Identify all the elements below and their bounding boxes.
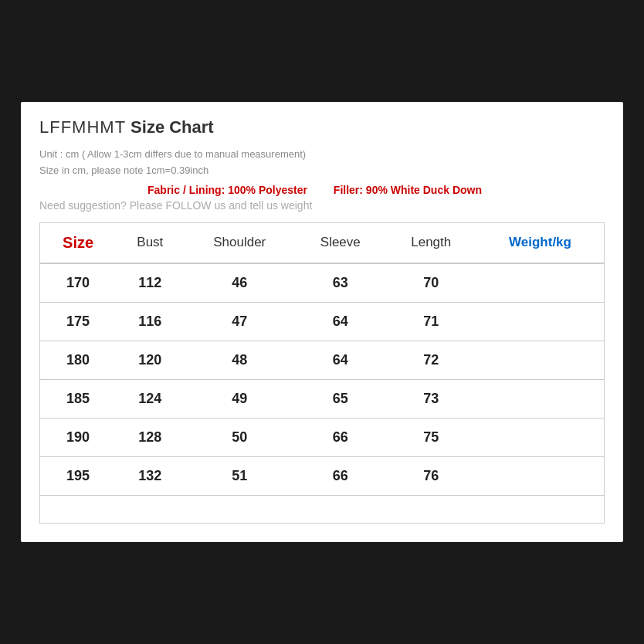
empty-cell [40,495,605,523]
suggestion-text: Need suggestion? Please FOLLOW us and te… [39,199,605,212]
cell-r3-c2: 49 [184,379,295,418]
table-row: 190128506675 [40,418,605,456]
fabric-line: Fabric / Lining: 100% Polyester Filler: … [39,184,605,196]
cell-r0-c5 [476,263,605,303]
chart-title: Size Chart [130,117,214,137]
cell-r3-c1: 124 [116,379,184,418]
cell-r1-c4: 71 [386,302,476,341]
cell-r5-c0: 195 [40,456,117,495]
fabric-label: Fabric / Lining: 100% Polyester [147,184,307,196]
cell-r2-c1: 120 [116,341,184,379]
cell-r0-c4: 70 [386,263,476,303]
cell-r5-c3: 66 [295,456,385,495]
filler-label: Filler: 90% White Duck Down [334,184,482,196]
cell-r2-c2: 48 [184,341,295,379]
cell-r1-c0: 175 [40,302,117,341]
cell-r2-c3: 64 [295,341,385,379]
col-header-bust: Bust [116,222,184,263]
size-table: Size Bust Shoulder Sleeve Length Weight/… [39,222,605,524]
table-row: 170112466370 [40,263,605,303]
table-row: 195132516676 [40,456,605,495]
cell-r0-c3: 63 [295,263,385,303]
cell-r4-c4: 75 [386,418,476,456]
table-row: 185124496573 [40,379,605,418]
cell-r3-c0: 185 [40,379,117,418]
subtitle-line2: Size in cm, please note 1cm=0.39inch [39,163,605,179]
cell-r4-c5 [476,418,605,456]
cell-r5-c2: 51 [184,456,295,495]
subtitle-line1: Unit : cm ( Allow 1-3cm differs due to m… [39,147,605,163]
table-body: 1701124663701751164764711801204864721851… [40,263,605,524]
cell-r4-c2: 50 [184,418,295,456]
table-row: 180120486472 [40,341,605,379]
col-header-length: Length [386,222,476,263]
cell-r3-c3: 65 [295,379,385,418]
header-row: Size Bust Shoulder Sleeve Length Weight/… [40,222,605,263]
cell-r1-c1: 116 [116,302,184,341]
cell-r5-c5 [476,456,605,495]
cell-r0-c0: 170 [40,263,117,303]
cell-r2-c0: 180 [40,341,117,379]
col-header-sleeve: Sleeve [295,222,385,263]
title-row: LFFMHMT Size Chart [39,117,605,137]
brand-name: LFFMHMT [39,117,126,137]
cell-r1-c3: 64 [295,302,385,341]
cell-r5-c1: 132 [116,456,184,495]
size-chart-card: LFFMHMT Size Chart Unit : cm ( Allow 1-3… [21,102,623,542]
empty-row [40,495,605,523]
cell-r1-c5 [476,302,605,341]
cell-r2-c5 [476,341,605,379]
col-header-size: Size [40,222,117,263]
subtitle-block: Unit : cm ( Allow 1-3cm differs due to m… [39,147,605,179]
cell-r3-c5 [476,379,605,418]
col-header-shoulder: Shoulder [184,222,295,263]
cell-r0-c1: 112 [116,263,184,303]
table-row: 175116476471 [40,302,605,341]
cell-r4-c0: 190 [40,418,117,456]
cell-r0-c2: 46 [184,263,295,303]
cell-r4-c3: 66 [295,418,385,456]
cell-r2-c4: 72 [386,341,476,379]
col-header-weight: Weight/kg [476,222,605,263]
table-header: Size Bust Shoulder Sleeve Length Weight/… [40,222,605,263]
cell-r4-c1: 128 [116,418,184,456]
cell-r3-c4: 73 [386,379,476,418]
cell-r5-c4: 76 [386,456,476,495]
cell-r1-c2: 47 [184,302,295,341]
